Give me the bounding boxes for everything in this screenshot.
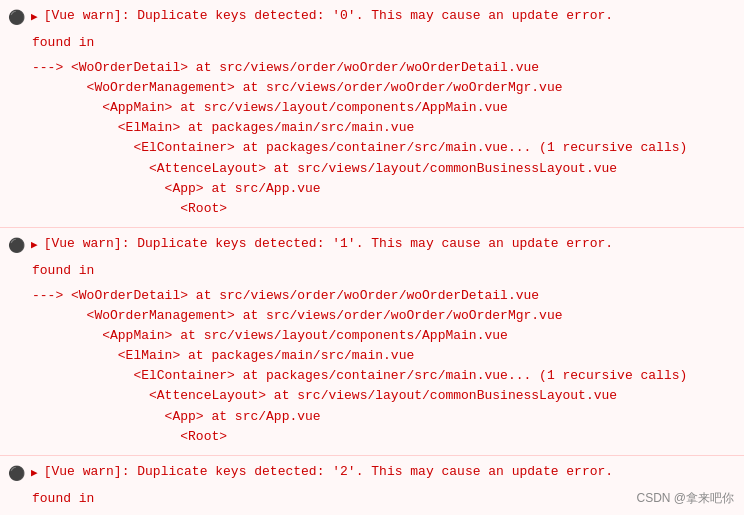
stack-trace-1: ---> <WoOrderDetail> at src/views/order/… [32,286,736,447]
found-in-1: found in [32,261,736,282]
error-body-1: found in ---> <WoOrderDetail> at src/vie… [8,257,736,447]
error-header-text-2: [Vue warn]: Duplicate keys detected: '2'… [44,462,614,482]
found-in-0: found in [32,33,736,54]
error-body-0: found in ---> <WoOrderDetail> at src/vie… [8,29,736,219]
watermark: CSDN @拿来吧你 [636,490,734,507]
error-body-2: found in [8,485,736,510]
error-header-2: ⚫ ▶ [Vue warn]: Duplicate keys detected:… [8,462,736,485]
error-block-0: ⚫ ▶ [Vue warn]: Duplicate keys detected:… [0,0,744,228]
triangle-icon-2: ▶ [31,465,38,482]
error-header-1: ⚫ ▶ [Vue warn]: Duplicate keys detected:… [8,234,736,257]
error-circle-icon-2: ⚫ [8,464,25,485]
error-header-0: ⚫ ▶ [Vue warn]: Duplicate keys detected:… [8,6,736,29]
error-block-2: ⚫ ▶ [Vue warn]: Duplicate keys detected:… [0,456,744,515]
triangle-icon-1: ▶ [31,237,38,254]
error-block-1: ⚫ ▶ [Vue warn]: Duplicate keys detected:… [0,228,744,456]
error-circle-icon-0: ⚫ [8,8,25,29]
console-container: ⚫ ▶ [Vue warn]: Duplicate keys detected:… [0,0,744,515]
error-header-text-1: [Vue warn]: Duplicate keys detected: '1'… [44,234,614,254]
found-in-2: found in [32,489,736,510]
stack-trace-0: ---> <WoOrderDetail> at src/views/order/… [32,58,736,219]
error-header-text-0: [Vue warn]: Duplicate keys detected: '0'… [44,6,614,26]
error-circle-icon-1: ⚫ [8,236,25,257]
triangle-icon-0: ▶ [31,9,38,26]
